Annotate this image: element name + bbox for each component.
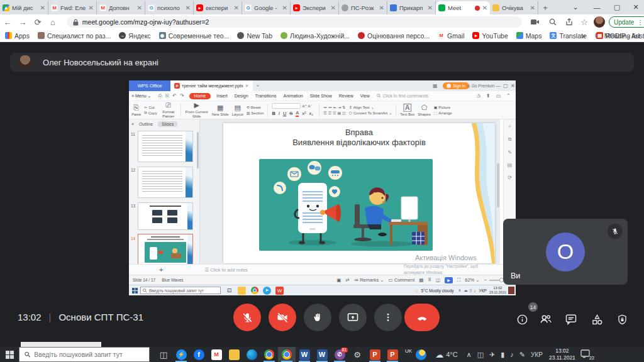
viber-icon[interactable]: ✆81 <box>331 347 348 362</box>
new-tab-button[interactable]: + <box>538 1 552 14</box>
tab-close-icon[interactable]: ✕ <box>40 5 45 11</box>
back-icon[interactable]: ← <box>0 18 15 27</box>
outdent-icon[interactable]: ⇤ <box>333 105 336 109</box>
browser-tab[interactable]: ▲Мій дис✕ <box>0 1 48 14</box>
present-screen-button[interactable] <box>339 304 367 331</box>
tab-close-icon[interactable]: ✕ <box>234 5 239 11</box>
notification-center-icon[interactable] <box>508 287 514 294</box>
align-text-button[interactable]: ⇕Align Text ⌄ <box>349 105 392 109</box>
tray-expand-icon[interactable]: ∧ <box>467 351 472 359</box>
bullets-icon[interactable]: ≔ <box>323 105 327 109</box>
task-view-icon[interactable]: ⊡ <box>225 287 233 295</box>
ribbon-tab-slideshow[interactable]: Slide Show <box>310 94 332 98</box>
fit-slide-icon[interactable]: ⛶ <box>457 277 460 283</box>
tab-close-icon[interactable]: ✕ <box>379 5 384 11</box>
messenger-icon[interactable]: ⚡ <box>172 347 190 362</box>
wps-restore-button[interactable]: ▢ <box>503 83 508 89</box>
reading-view-icon[interactable]: ◫ <box>436 277 440 283</box>
tray-battery-icon[interactable]: ▮ <box>501 351 504 359</box>
weather-cloud-icon[interactable]: ☁ <box>435 350 443 359</box>
columns-icon[interactable]: ◫ <box>342 111 346 115</box>
wps-collapse-ribbon-icon[interactable]: ⌃ <box>506 93 511 99</box>
panel-collapse-icon[interactable]: « <box>131 122 134 126</box>
properties-icon[interactable]: ⧉ <box>508 136 512 143</box>
bookmark-item[interactable]: New Tab <box>237 32 272 40</box>
raise-hand-button[interactable] <box>304 304 331 331</box>
wps-premium-button[interactable]: ◎Go Premium <box>467 84 494 89</box>
task-view-icon[interactable]: ◫ <box>155 347 172 362</box>
host-controls-button[interactable] <box>614 311 630 327</box>
clock-tray[interactable]: 13:0223.11.2021 <box>489 286 506 294</box>
self-video-tile[interactable]: O Ви <box>503 219 628 285</box>
wps-document-tab[interactable]: P тренінг тайм менеджмент.pptx ✕ <box>170 80 253 91</box>
camera-allowed-icon[interactable] <box>527 19 543 25</box>
more-options-button[interactable] <box>374 304 402 331</box>
window-restore-button[interactable]: ▢ <box>608 0 626 14</box>
panel-scrollbar[interactable] <box>197 132 199 168</box>
ribbon-tab-review[interactable]: Review <box>339 94 353 98</box>
reading-list-button[interactable]: ▤Reading list <box>596 32 640 40</box>
format-painter-button[interactable]: ⎚Format Painter <box>160 102 177 118</box>
tray-display-icon[interactable]: ◫ <box>477 351 484 359</box>
slide-sorter-icon[interactable]: ⠿ <box>428 277 431 283</box>
word-icon[interactable]: W <box>313 347 331 362</box>
tray-device-icon[interactable]: ▯ <box>470 288 472 293</box>
wps-comment-icon[interactable]: ▭ <box>496 93 501 99</box>
zoom-out-button[interactable]: − <box>484 277 487 283</box>
subscript-button[interactable]: x₂ <box>309 111 314 116</box>
ribbon-tab-insert[interactable]: Insert <box>216 94 228 98</box>
handoff-icon[interactable]: ⇄ <box>345 277 349 283</box>
wps-signin-button[interactable]: Sign in <box>443 82 469 89</box>
tab-close-icon[interactable]: ✕ <box>186 5 191 11</box>
browser-tab[interactable]: GGoogle -✕ <box>242 1 291 14</box>
text-box-button[interactable]: 🄰Text Box <box>400 102 414 118</box>
ribbon-tab-animation[interactable]: Animation <box>284 94 303 98</box>
camera-toggle-button[interactable] <box>269 304 296 331</box>
superscript-button[interactable]: x² <box>302 111 306 116</box>
browser-tab[interactable]: MFwd: Еле✕ <box>48 1 97 14</box>
bookmark-item[interactable]: Оцінювання персо... <box>358 32 430 40</box>
bookmark-item[interactable]: ◉Современные тео... <box>159 32 230 40</box>
slide-thumbnail-13[interactable] <box>138 202 193 230</box>
notes-placeholder[interactable]: ☰ Click to add notes <box>204 267 247 273</box>
tab-close-icon[interactable]: ✕ <box>530 5 535 11</box>
window-close-button[interactable]: ✕ <box>626 0 644 14</box>
bookmark-youtube[interactable]: ▸YouTube <box>472 32 508 40</box>
powerpoint-icon[interactable]: P <box>366 347 384 362</box>
canvas-scrollbar[interactable] <box>497 163 499 207</box>
update-button[interactable]: Update⋮ <box>609 16 644 28</box>
chrome-icon[interactable] <box>260 347 278 362</box>
cut-button[interactable]: ✂Cut <box>144 105 157 109</box>
browser-profile-chevron-icon[interactable]: ⌄ <box>566 0 585 14</box>
underline-button[interactable]: U <box>283 111 286 116</box>
paste-button[interactable]: ⎘Paste <box>131 102 141 118</box>
indent-icon[interactable]: ⇥ <box>338 105 341 109</box>
find-replace-icon[interactable]: ⌕ <box>508 123 511 129</box>
participants-button[interactable] <box>538 311 554 327</box>
mic-toggle-button[interactable] <box>233 304 261 331</box>
arrange-button[interactable]: ⬚Arrange <box>434 111 452 115</box>
copy-button[interactable]: ⧉Copy <box>144 111 157 115</box>
chrome-icon[interactable] <box>250 287 258 295</box>
share-icon[interactable] <box>561 18 577 26</box>
reset-button[interactable]: ⟲Reset <box>247 105 264 109</box>
ribbon-tab-design[interactable]: Design <box>235 94 248 98</box>
reload-icon[interactable]: ⟳ <box>30 18 45 27</box>
section-button[interactable]: ▥Section <box>247 111 264 115</box>
browser-tab[interactable]: ▸експери✕ <box>194 1 242 14</box>
slide-thumbnail-12[interactable] <box>138 167 193 198</box>
taskbar-clock[interactable]: 13:0223.11.2021 <box>549 348 575 361</box>
taskbar-search-input[interactable] <box>34 351 144 358</box>
tab-close-icon[interactable]: ✕ <box>282 5 287 11</box>
layout-button[interactable]: ▤Layout <box>232 102 243 118</box>
tray-airplane-icon[interactable]: ✈ <box>489 351 495 359</box>
browser-tab[interactable]: Прикарп✕ <box>387 1 436 14</box>
url-input[interactable] <box>82 18 516 26</box>
font-color-button[interactable]: A <box>296 110 299 117</box>
panel-tab-outline[interactable]: Outline <box>139 122 153 126</box>
sticky-notes-icon[interactable] <box>225 347 243 362</box>
bookmark-apps[interactable]: Apps <box>5 32 30 40</box>
bold-button[interactable]: B <box>272 111 275 116</box>
tray-volume-icon[interactable]: ♪ <box>510 351 514 358</box>
wps-minimize-button[interactable]: — <box>496 83 501 89</box>
